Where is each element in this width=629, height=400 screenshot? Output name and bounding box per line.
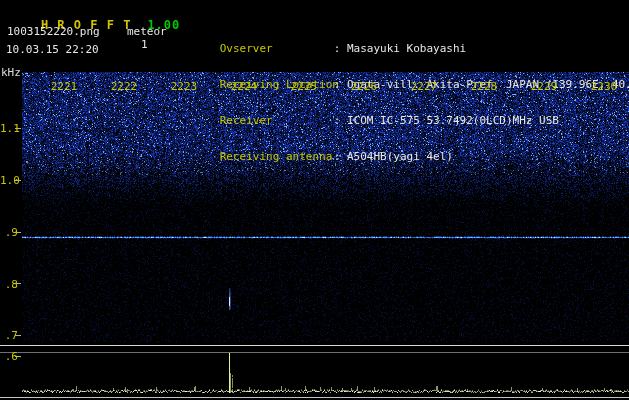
time-tick-label: 2228 bbox=[460, 80, 508, 93]
time-tick-label: 2229 bbox=[520, 80, 568, 93]
mode-label: meteor bbox=[127, 25, 167, 38]
info-label: Ovserver bbox=[220, 43, 334, 55]
info-row-observer: Ovserver: Masayuki Kobayashi bbox=[180, 31, 629, 43]
info-row-location: Receiving Location: Ogata-vill. Akita-Pr… bbox=[180, 67, 629, 79]
date-time-stamp: 10.03.15 22:20 bbox=[6, 43, 99, 56]
time-tick-label: 2222 bbox=[100, 80, 148, 93]
info-value: : Masayuki Kobayashi bbox=[334, 42, 466, 55]
time-tick-label: 2223 bbox=[160, 80, 208, 93]
info-label: Receiver bbox=[220, 115, 334, 127]
info-row-antenna: Receiving antenna: A504HB(yagi 4el) bbox=[180, 139, 629, 151]
time-tick-label: 2230 bbox=[580, 80, 628, 93]
time-tick-label: 2227 bbox=[400, 80, 448, 93]
freq-tick-label: .7 bbox=[0, 329, 18, 342]
freq-axis-unit: kHz bbox=[1, 66, 21, 79]
time-tick-label: 2226 bbox=[340, 80, 388, 93]
output-filename: 1003152220.png bbox=[7, 25, 100, 38]
freq-tick-label: .6 bbox=[0, 350, 18, 363]
echo-count: 1 bbox=[141, 38, 148, 51]
info-label: Receiving antenna bbox=[220, 151, 334, 163]
info-value: : A504HB(yagi 4el) bbox=[334, 150, 453, 163]
time-tick-label: 2225 bbox=[280, 80, 328, 93]
freq-tick-label: 1.1 bbox=[0, 122, 18, 135]
info-value: : ICOM IC-575 53.7492(0LCD)MHz USB bbox=[334, 114, 559, 127]
freq-tick-label: 1.0 bbox=[0, 174, 18, 187]
info-row-receiver: Receiver: ICOM IC-575 53.7492(0LCD)MHz U… bbox=[180, 103, 629, 115]
freq-tick-label: .8 bbox=[0, 278, 18, 291]
freq-tick-label: .9 bbox=[0, 226, 18, 239]
time-tick-label: 2221 bbox=[40, 80, 88, 93]
time-tick-label: 2224 bbox=[220, 80, 268, 93]
